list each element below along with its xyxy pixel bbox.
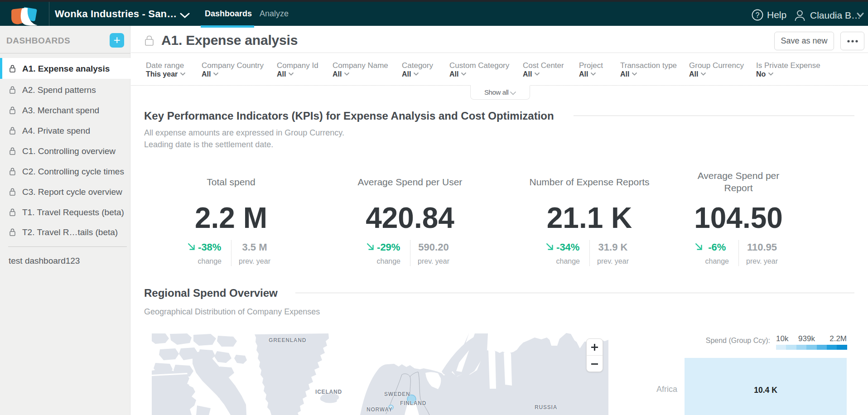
svg-text:?: ? [756,11,760,19]
